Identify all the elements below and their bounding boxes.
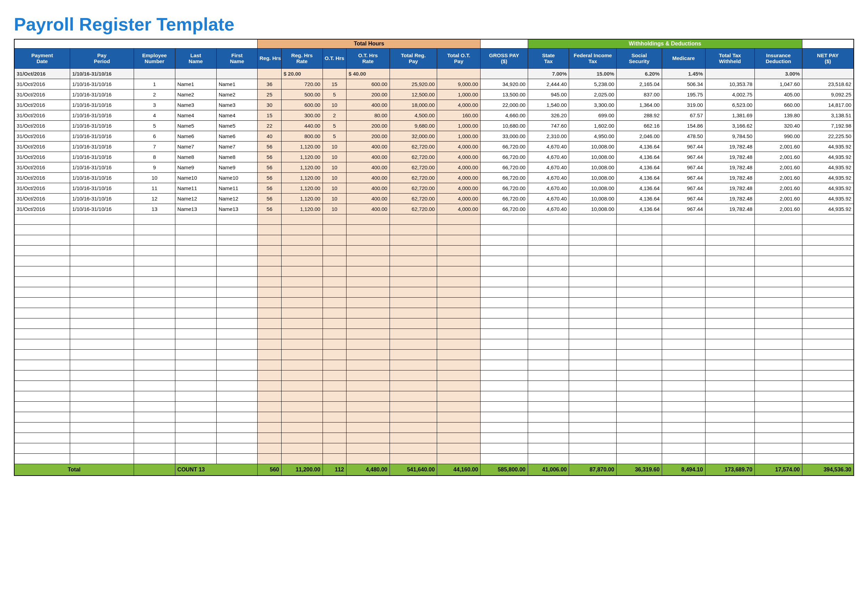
- cell-ftax: 10,008.00: [569, 204, 617, 214]
- cell-ss: 4,136.64: [617, 193, 662, 204]
- cell-rhr: 1,120.00: [281, 183, 322, 193]
- cell-twh: 4,002.75: [705, 89, 755, 100]
- empty-row: [14, 318, 854, 328]
- cell-rh: 56: [257, 172, 281, 183]
- total-rhr: 11,200.00: [281, 464, 322, 476]
- cell-gross: 66,720.00: [480, 204, 528, 214]
- cell-ftax: 4,950.00: [569, 131, 617, 141]
- table-row: 31/Oct/20161/10/16-31/10/1611Name11Name1…: [14, 183, 854, 193]
- cell-payment_date: 31/Oct/2016: [14, 152, 70, 162]
- cell-trp: 62,720.00: [389, 204, 437, 214]
- cell-gross: 66,720.00: [480, 193, 528, 204]
- col-header-2: EmployeeNumber: [134, 48, 175, 68]
- cell-last: Name12: [175, 193, 216, 204]
- cell-gross: 33,000.00: [480, 131, 528, 141]
- cell-trp: 12,500.00: [389, 89, 437, 100]
- cell-ins: 2,001.60: [755, 141, 802, 152]
- cell-pay_period: 1/10/16-31/10/16: [70, 193, 134, 204]
- cell-rh: 56: [257, 183, 281, 193]
- cell-net: 44,935.92: [802, 152, 854, 162]
- cell-rh: 56: [257, 162, 281, 172]
- empty-row: [14, 328, 854, 339]
- empty-row: [14, 214, 854, 224]
- cell-twh: 10,353.78: [705, 79, 755, 89]
- cell-payment_date: 31/Oct/2016: [14, 204, 70, 214]
- column-header-row: PaymentDatePayPeriodEmployeeNumberLastNa…: [14, 48, 854, 68]
- cell-gross: 34,920.00: [480, 79, 528, 89]
- cell-net: 23,518.62: [802, 79, 854, 89]
- col-header-18: NET PAY($): [802, 48, 854, 68]
- cell-first: Name9: [216, 162, 257, 172]
- cell-ftax: 10,008.00: [569, 172, 617, 183]
- cell-otr: 600.00: [346, 79, 389, 89]
- cell-med: 967.44: [662, 162, 705, 172]
- total-net: 394,536.30: [802, 464, 854, 476]
- rate-state-tax: 7.00%: [528, 68, 569, 79]
- cell-gross: 66,720.00: [480, 152, 528, 162]
- group-total-hours: Total Hours: [257, 39, 480, 48]
- cell-med: 967.44: [662, 183, 705, 193]
- cell-pay_period: 1/10/16-31/10/16: [70, 79, 134, 89]
- cell-med: 67.57: [662, 110, 705, 121]
- cell-otr: 200.00: [346, 89, 389, 100]
- cell-rh: 36: [257, 79, 281, 89]
- empty-row: [14, 401, 854, 412]
- total-label: Total: [14, 464, 134, 476]
- cell-twh: 19,782.48: [705, 193, 755, 204]
- empty-row: [14, 235, 854, 245]
- cell-top: 1,000.00: [437, 89, 480, 100]
- cell-otr: 400.00: [346, 183, 389, 193]
- cell-rhr: 1,120.00: [281, 204, 322, 214]
- cell-top: 4,000.00: [437, 100, 480, 110]
- cell-oth: 10: [322, 100, 346, 110]
- cell-stax: 2,444.40: [528, 79, 569, 89]
- empty-row: [14, 308, 854, 318]
- cell-gross: 66,720.00: [480, 141, 528, 152]
- table-row: 31/Oct/20161/10/16-31/10/164Name4Name415…: [14, 110, 854, 121]
- cell-last: Name13: [175, 204, 216, 214]
- cell-last: Name2: [175, 89, 216, 100]
- cell-trp: 62,720.00: [389, 152, 437, 162]
- cell-med: 967.44: [662, 152, 705, 162]
- rate-ss: 6.20%: [617, 68, 662, 79]
- cell-top: 4,000.00: [437, 204, 480, 214]
- cell-gross: 13,500.00: [480, 89, 528, 100]
- cell-med: 967.44: [662, 172, 705, 183]
- cell-rhr: 1,120.00: [281, 172, 322, 183]
- cell-last: Name11: [175, 183, 216, 193]
- cell-ss: 2,165.04: [617, 79, 662, 89]
- cell-pay_period: 1/10/16-31/10/16: [70, 100, 134, 110]
- cell-gross: 4,660.00: [480, 110, 528, 121]
- cell-ftax: 699.00: [569, 110, 617, 121]
- total-ss: 36,319.60: [617, 464, 662, 476]
- cell-twh: 9,784.50: [705, 131, 755, 141]
- cell-trp: 62,720.00: [389, 172, 437, 183]
- cell-rhr: 300.00: [281, 110, 322, 121]
- cell-stax: 4,670.40: [528, 162, 569, 172]
- cell-last: Name8: [175, 152, 216, 162]
- cell-ss: 2,046.00: [617, 131, 662, 141]
- cell-ins: 2,001.60: [755, 183, 802, 193]
- cell-top: 4,000.00: [437, 162, 480, 172]
- total-med: 8,494.10: [662, 464, 705, 476]
- total-twh: 173,689.70: [705, 464, 755, 476]
- cell-trp: 18,000.00: [389, 100, 437, 110]
- empty-row: [14, 412, 854, 422]
- total-stax: 41,006.00: [528, 464, 569, 476]
- cell-rh: 56: [257, 193, 281, 204]
- cell-rh: 56: [257, 204, 281, 214]
- empty-row: [14, 422, 854, 433]
- cell-otr: 400.00: [346, 162, 389, 172]
- cell-payment_date: 31/Oct/2016: [14, 172, 70, 183]
- cell-top: 4,000.00: [437, 141, 480, 152]
- cell-first: Name5: [216, 121, 257, 131]
- cell-twh: 1,381.69: [705, 110, 755, 121]
- cell-med: 967.44: [662, 204, 705, 214]
- cell-stax: 326.20: [528, 110, 569, 121]
- col-header-11: GROSS PAY($): [480, 48, 528, 68]
- cell-ftax: 10,008.00: [569, 152, 617, 162]
- table-row: 31/Oct/20161/10/16-31/10/1612Name12Name1…: [14, 193, 854, 204]
- cell-otr: 400.00: [346, 172, 389, 183]
- total-top: 44,160.00: [437, 464, 480, 476]
- cell-twh: 3,166.62: [705, 121, 755, 131]
